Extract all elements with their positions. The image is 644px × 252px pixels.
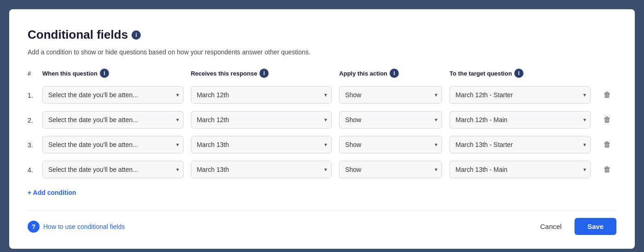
receives-response-dropdown-2[interactable]: March 12th March 13th xyxy=(191,111,332,129)
receives-response-select-2[interactable]: March 12th March 13th ▾ xyxy=(191,111,332,129)
apply-action-select-4[interactable]: Show Hide ▾ xyxy=(339,161,442,178)
target-question-select-4[interactable]: March 13th - Main March 12th - Starter M… xyxy=(449,161,591,178)
target-question-select-3[interactable]: March 13th - Starter March 12th - Starte… xyxy=(449,136,591,153)
save-button[interactable]: Save xyxy=(575,218,616,235)
apply-action-dropdown-4[interactable]: Show Hide xyxy=(339,161,442,178)
receives-response-select-4[interactable]: March 13th March 12th ▾ xyxy=(191,161,332,178)
apply-action-select-1[interactable]: Show Hide ▾ xyxy=(339,86,442,104)
help-link-label: How to use conditional fields xyxy=(43,223,125,230)
when-question-dropdown-3[interactable]: Select the date you'll be atten... xyxy=(42,136,184,153)
apply-action-select-2[interactable]: Show Hide ▾ xyxy=(339,111,442,129)
when-question-select-4[interactable]: Select the date you'll be atten... ▾ xyxy=(42,161,184,178)
receives-response-select-1[interactable]: March 12th March 13th ▾ xyxy=(191,86,332,104)
conditions-table: # When this question i Receives this res… xyxy=(28,69,616,182)
target-question-info-icon[interactable]: i xyxy=(514,69,523,78)
apply-action-select-3[interactable]: Show Hide ▾ xyxy=(339,136,442,153)
receives-response-dropdown-3[interactable]: March 13th March 12th xyxy=(191,136,332,153)
table-row: 3. Select the date you'll be atten... ▾ … xyxy=(28,132,616,157)
when-question-select-2[interactable]: Select the date you'll be atten... ▾ xyxy=(42,111,184,129)
modal-title-row: Conditional fields i xyxy=(28,28,616,42)
col-when-question: When this question i xyxy=(42,69,191,78)
delete-row-1-button[interactable]: 🗑 xyxy=(598,89,616,101)
cancel-button[interactable]: Cancel xyxy=(533,218,569,235)
table-row: 2. Select the date you'll be atten... ▾ … xyxy=(28,107,616,132)
modal-container: Conditional fields i Add a condition to … xyxy=(9,9,635,249)
target-question-select-1[interactable]: March 12th - Starter March 12th - Main M… xyxy=(449,86,591,104)
apply-action-info-icon[interactable]: i xyxy=(390,69,399,78)
col-apply-action: Apply this action i xyxy=(339,69,449,78)
col-hash: # xyxy=(28,69,42,78)
when-question-dropdown-1[interactable]: Select the date you'll be atten... xyxy=(42,86,184,104)
modal-subtitle: Add a condition to show or hide question… xyxy=(28,48,616,56)
row-number-2: 2. xyxy=(28,116,42,124)
modal-title-text: Conditional fields xyxy=(28,28,128,42)
title-info-icon[interactable]: i xyxy=(132,30,141,40)
col-receives-response: Receives this response i xyxy=(191,69,339,78)
target-question-dropdown-1[interactable]: March 12th - Starter March 12th - Main M… xyxy=(449,86,591,104)
row-number-3: 3. xyxy=(28,141,42,149)
delete-row-3-button[interactable]: 🗑 xyxy=(598,139,616,151)
table-header: # When this question i Receives this res… xyxy=(28,69,616,82)
row-number-4: 4. xyxy=(28,165,42,174)
footer-buttons: Cancel Save xyxy=(533,218,616,235)
target-question-dropdown-2[interactable]: March 12th - Main March 12th - Starter M… xyxy=(449,111,591,129)
receives-response-dropdown-4[interactable]: March 13th March 12th xyxy=(191,161,332,178)
delete-row-4-button[interactable]: 🗑 xyxy=(598,164,616,176)
receives-response-select-3[interactable]: March 13th March 12th ▾ xyxy=(191,136,332,153)
target-question-select-2[interactable]: March 12th - Main March 12th - Starter M… xyxy=(449,111,591,129)
apply-action-dropdown-2[interactable]: Show Hide xyxy=(339,111,442,129)
when-question-select-1[interactable]: Select the date you'll be atten... ▾ xyxy=(42,86,184,104)
target-question-dropdown-4[interactable]: March 13th - Main March 12th - Starter M… xyxy=(449,161,591,178)
when-question-dropdown-4[interactable]: Select the date you'll be atten... xyxy=(42,161,184,178)
table-row: 4. Select the date you'll be atten... ▾ … xyxy=(28,157,616,182)
table-row: 1. Select the date you'll be atten... ▾ … xyxy=(28,82,616,107)
modal-footer: ? How to use conditional fields Cancel S… xyxy=(28,210,616,235)
target-question-dropdown-3[interactable]: March 13th - Starter March 12th - Starte… xyxy=(449,136,591,153)
apply-action-dropdown-1[interactable]: Show Hide xyxy=(339,86,442,104)
apply-action-dropdown-3[interactable]: Show Hide xyxy=(339,136,442,153)
when-question-info-icon[interactable]: i xyxy=(100,69,109,78)
col-target-question: To the target question i xyxy=(449,69,598,78)
help-circle-icon: ? xyxy=(28,221,40,233)
help-link[interactable]: ? How to use conditional fields xyxy=(28,221,125,233)
add-condition-button[interactable]: + Add condition xyxy=(28,189,616,196)
when-question-dropdown-2[interactable]: Select the date you'll be atten... xyxy=(42,111,184,129)
receives-response-dropdown-1[interactable]: March 12th March 13th xyxy=(191,86,332,104)
receives-response-info-icon[interactable]: i xyxy=(259,69,269,78)
when-question-select-3[interactable]: Select the date you'll be atten... ▾ xyxy=(42,136,184,153)
delete-row-2-button[interactable]: 🗑 xyxy=(598,114,616,126)
row-number-1: 1. xyxy=(28,91,42,99)
